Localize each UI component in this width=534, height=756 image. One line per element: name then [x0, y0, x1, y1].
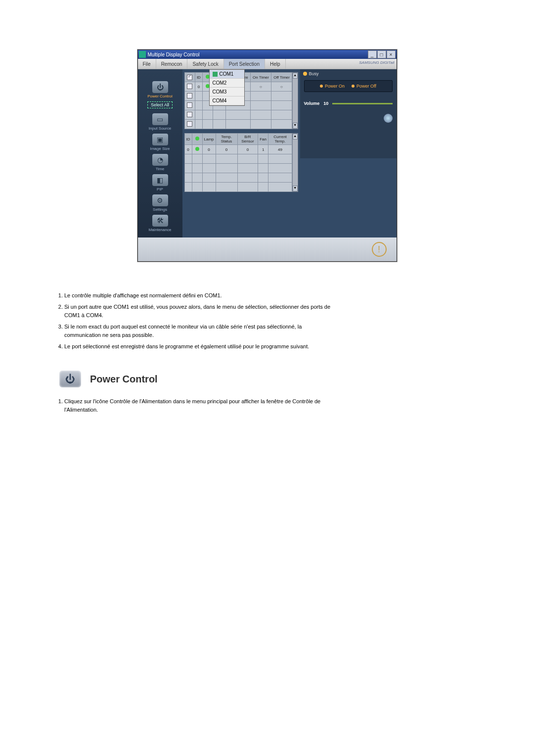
wrench-icon: 🛠	[152, 215, 168, 227]
power-off-button[interactable]: Power Off	[352, 84, 376, 89]
col-current-temp: Current Temp.	[268, 134, 292, 145]
port-label: COM2	[213, 80, 227, 86]
menu-safety-lock[interactable]: Safety Lock	[187, 59, 223, 69]
row-checkbox[interactable]	[187, 112, 192, 117]
titlebar[interactable]: Multiple Display Control _ □ ×	[138, 50, 397, 59]
col-temp-status: Temp. Status	[216, 134, 237, 145]
row-checkbox[interactable]	[187, 84, 192, 89]
port-label: COM3	[213, 89, 227, 94]
cell-br-sensor: 0	[237, 145, 258, 154]
cell-lamp: 0	[202, 145, 216, 154]
sidebar-item-power-control[interactable]: ⏻ Power Control	[140, 81, 180, 98]
app-icon	[139, 51, 146, 58]
row-checkbox[interactable]	[187, 102, 192, 108]
pip-icon: ◧	[152, 174, 168, 186]
scroll-up-button[interactable]: ▲	[293, 73, 298, 79]
checkbox-header[interactable]	[187, 75, 192, 80]
table-row[interactable]	[184, 120, 292, 129]
sidebar-item-time[interactable]: ◔ Time	[140, 154, 180, 171]
port-label: COM1	[220, 71, 234, 77]
port-item-com1[interactable]: COM1	[210, 70, 244, 79]
scroll-down-button[interactable]: ▼	[293, 123, 298, 129]
close-button[interactable]: ×	[387, 50, 396, 58]
brand-label: SAMSUNG DIGITall	[359, 60, 394, 65]
cell-temp-status: 0	[216, 145, 237, 154]
doc-list-ports: Le contrôle multiple d'affichage est nor…	[64, 291, 331, 351]
power-on-button[interactable]: Power On	[320, 84, 345, 89]
list-item: Si le nom exact du port auquel est conne…	[64, 323, 331, 339]
port-label: COM4	[213, 98, 227, 103]
list-item: Cliquez sur l'icône Contrôle de l'Alimen…	[64, 397, 331, 414]
gear-icon: ⚙	[152, 194, 168, 206]
table-row[interactable]: 0 0 0 0 1 49	[184, 145, 292, 154]
table-row[interactable]	[184, 110, 292, 120]
row-checkbox[interactable]	[187, 93, 192, 98]
scrollbar[interactable]: ▲ ▼	[292, 72, 298, 129]
menu-file[interactable]: File	[138, 59, 156, 69]
input-icon: ▭	[152, 113, 168, 125]
image-size-icon: ▣	[152, 134, 168, 145]
alert-icon: !	[372, 242, 387, 257]
section-heading: ⏻ Power Control	[59, 371, 504, 387]
col-lamp: Lamp	[202, 134, 216, 145]
list-item: Le port sélectionné est enregistré dans …	[64, 342, 331, 351]
cell-id: 0	[184, 145, 192, 154]
volume-label: Volume	[304, 101, 320, 106]
port-item-com3[interactable]: COM3	[210, 88, 244, 96]
busy-indicator: Busy	[303, 71, 319, 76]
select-all-button[interactable]: Select All	[147, 101, 173, 108]
scroll-up-button[interactable]: ▲	[293, 134, 298, 140]
col-off-timer: Off Timer	[271, 73, 292, 82]
row-checkbox[interactable]	[187, 121, 192, 127]
status-dot-icon	[195, 147, 199, 151]
minimize-button[interactable]: _	[368, 50, 377, 58]
col-on-timer: On Timer	[251, 73, 271, 82]
menubar: File Remocon Safety Lock Port Selection …	[138, 59, 397, 69]
col-fan: Fan	[258, 134, 268, 145]
col-id: ID	[184, 134, 192, 145]
sidebar-item-pip[interactable]: ◧ PIP	[140, 174, 180, 191]
power-icon: ⏻	[152, 81, 168, 93]
menu-port-selection[interactable]: Port Selection	[224, 59, 265, 69]
sidebar: ⏻ Power Control Select All ▭ Input Sourc…	[138, 69, 182, 237]
window-title: Multiple Display Control	[148, 52, 368, 57]
port-item-com4[interactable]: COM4	[210, 96, 244, 105]
maximize-button[interactable]: □	[377, 50, 386, 58]
cell-off-timer: ○	[271, 82, 292, 92]
cell-current-temp: 49	[268, 145, 292, 154]
doc-list-power: Cliquez sur l'icône Contrôle de l'Alimen…	[64, 397, 331, 414]
sidebar-item-image-size[interactable]: ▣ Image Size	[140, 134, 180, 151]
cell-id: 0	[195, 82, 203, 92]
list-item: Le contrôle multiple d'affichage est nor…	[64, 291, 331, 300]
busy-icon	[303, 72, 307, 76]
speaker-icon[interactable]	[384, 114, 393, 123]
status-dot-icon	[195, 137, 199, 141]
sidebar-item-settings[interactable]: ⚙ Settings	[140, 194, 180, 212]
power-control-pane: Busy Power On Power Off Volume 10	[300, 69, 397, 158]
port-selection-dropdown[interactable]: COM1 COM2 COM3 COM4	[209, 69, 245, 106]
status-bar: !	[138, 237, 397, 261]
volume-value: 10	[323, 101, 328, 106]
volume-slider[interactable]	[332, 103, 392, 104]
col-id: ID	[195, 73, 203, 82]
section-title: Power Control	[90, 374, 158, 385]
clock-icon: ◔	[152, 154, 168, 166]
sidebar-item-input-source[interactable]: ▭ Input Source	[140, 113, 180, 131]
list-item: Si un port autre que COM1 est utilisé, v…	[64, 303, 331, 320]
cell-fan: 1	[258, 145, 268, 154]
cell-on-timer: ○	[251, 82, 271, 92]
menu-remocon[interactable]: Remocon	[156, 59, 188, 69]
port-item-com2[interactable]: COM2	[210, 79, 244, 88]
menu-help[interactable]: Help	[265, 59, 286, 69]
volume-control[interactable]: Volume 10	[304, 101, 393, 106]
app-window: Multiple Display Control _ □ × File Remo…	[137, 49, 397, 262]
col-br-sensor: B/R Sensor	[237, 134, 258, 145]
check-icon	[213, 72, 218, 77]
power-icon: ⏻	[59, 371, 81, 387]
sidebar-item-maintenance[interactable]: 🛠 Maintenance	[140, 215, 180, 232]
